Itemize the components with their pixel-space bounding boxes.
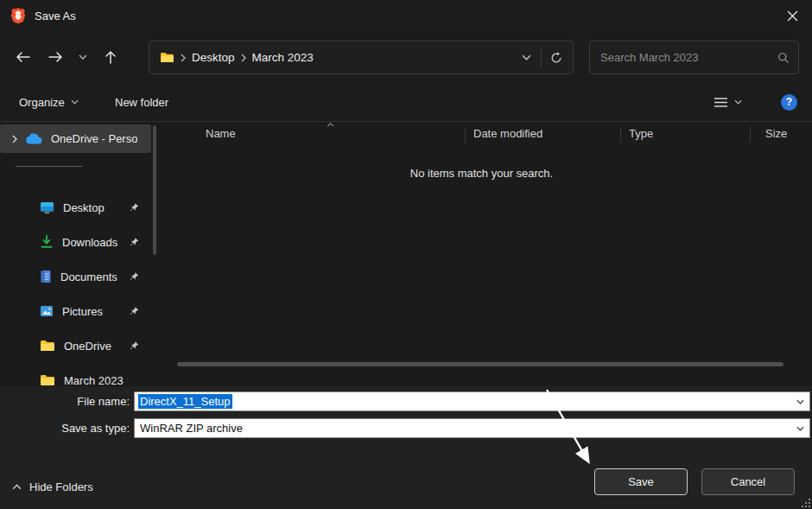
recent-locations-button[interactable] (74, 43, 92, 71)
sidebar-item-label: Pictures (62, 305, 103, 318)
content-area: OneDrive - Perso Desktop Downloads (0, 122, 812, 386)
back-arrow-icon (16, 51, 30, 63)
horizontal-scrollbar[interactable] (177, 362, 783, 366)
column-separator (750, 127, 751, 143)
view-options-button[interactable] (708, 83, 747, 121)
file-name-value: DirectX_11_Setup (138, 394, 232, 409)
documents-icon (40, 270, 52, 283)
expand-chevron-icon[interactable] (12, 135, 17, 143)
save-as-dialog: Save As (0, 0, 812, 509)
save-as-type-label: Save as type: (0, 422, 130, 435)
navigation-bar: Desktop March 2023 (0, 31, 812, 83)
pin-icon (130, 238, 139, 247)
search-input[interactable] (600, 51, 777, 64)
sort-ascending-icon (327, 123, 334, 127)
up-arrow-icon (105, 50, 117, 64)
breadcrumb-item-march-2023[interactable]: March 2023 (249, 51, 317, 64)
sidebar-item-label: Documents (60, 270, 117, 283)
forward-arrow-icon (48, 51, 63, 63)
folder-icon (40, 374, 55, 386)
empty-folder-message: No items match your search. (160, 167, 803, 180)
pin-icon (130, 272, 139, 282)
chevron-down-icon (79, 54, 87, 60)
folder-icon (40, 340, 55, 352)
breadcrumb-separator-icon (238, 54, 249, 62)
close-button[interactable] (772, 0, 812, 31)
organize-label: Organize (19, 96, 65, 109)
help-button[interactable]: ? (776, 83, 802, 121)
downloads-icon (40, 235, 54, 249)
close-icon (787, 10, 798, 22)
sidebar-item-label: Desktop (63, 201, 105, 214)
pin-icon (130, 203, 139, 213)
refresh-icon (550, 52, 562, 64)
toolbar: Organize New folder ? (0, 83, 812, 122)
column-header-date-modified[interactable]: Date modified (473, 127, 542, 140)
desktop-icon (40, 201, 54, 214)
divider (16, 166, 83, 167)
up-button[interactable] (97, 43, 124, 71)
breadcrumb-item-desktop[interactable]: Desktop (188, 51, 238, 64)
window-title: Save As (35, 10, 76, 22)
sidebar-item-label: OneDrive (64, 340, 111, 353)
hide-folders-button[interactable]: Hide Folders (12, 476, 93, 497)
titlebar: Save As (0, 0, 812, 31)
address-dropdown-button[interactable] (515, 46, 537, 70)
chevron-down-icon (71, 99, 79, 105)
column-separator (620, 127, 621, 143)
search-icon (777, 52, 790, 64)
pin-icon (130, 341, 139, 351)
brave-icon (10, 7, 26, 24)
help-icon: ? (781, 94, 797, 111)
chevron-down-icon[interactable] (791, 393, 809, 410)
file-name-input[interactable]: DirectX_11_Setup (134, 391, 810, 411)
column-header-type[interactable]: Type (629, 127, 653, 140)
bottom-panel: File name: DirectX_11_Setup Save as type… (0, 386, 812, 509)
sidebar-item-onedrive[interactable]: OneDrive (0, 332, 151, 359)
column-header-size[interactable]: Size (765, 127, 787, 140)
search-box (589, 41, 799, 74)
resize-grip[interactable] (801, 498, 810, 507)
folder-icon (160, 52, 174, 63)
sidebar-item-march-2023[interactable]: March 2023 (0, 366, 151, 386)
sidebar-item-label: March 2023 (64, 374, 124, 387)
sidebar-item-desktop[interactable]: Desktop (0, 194, 151, 221)
hide-folders-label: Hide Folders (29, 480, 93, 493)
chevron-down-icon (522, 54, 531, 60)
new-folder-label: New folder (115, 96, 168, 109)
file-list: Name Date modified Type Size No items ma… (160, 122, 812, 386)
sidebar-scrollbar[interactable] (153, 125, 156, 255)
chevron-up-icon (12, 484, 22, 490)
pictures-icon (40, 305, 54, 317)
sidebar-item-label: Downloads (62, 236, 117, 249)
organize-button[interactable]: Organize (14, 83, 84, 121)
new-folder-button[interactable]: New folder (110, 83, 174, 121)
save-as-type-value: WinRAR ZIP archive (138, 422, 243, 435)
refresh-button[interactable] (545, 46, 568, 70)
file-name-label: File name: (0, 395, 130, 408)
divider (541, 48, 542, 67)
sidebar: OneDrive - Perso Desktop Downloads (0, 122, 159, 386)
chevron-down-icon[interactable] (791, 420, 809, 436)
list-view-icon (714, 97, 728, 108)
chevron-down-icon (734, 99, 742, 105)
save-button[interactable]: Save (594, 468, 688, 495)
back-button[interactable] (9, 43, 36, 71)
column-header-name[interactable]: Name (206, 127, 236, 140)
sidebar-item-downloads[interactable]: Downloads (0, 228, 151, 256)
forward-button[interactable] (41, 43, 69, 71)
cancel-button[interactable]: Cancel (701, 468, 795, 495)
sidebar-item-onedrive-personal[interactable]: OneDrive - Perso (0, 124, 151, 153)
onedrive-cloud-icon (25, 133, 42, 144)
sidebar-item-documents[interactable]: Documents (0, 263, 151, 290)
column-separator (465, 127, 466, 143)
address-bar[interactable]: Desktop March 2023 (149, 41, 574, 74)
sidebar-item-label: OneDrive - Perso (51, 132, 137, 145)
pin-icon (130, 307, 139, 316)
sidebar-item-pictures[interactable]: Pictures (0, 297, 151, 325)
save-as-type-select[interactable]: WinRAR ZIP archive (134, 418, 810, 438)
breadcrumb-separator-icon (178, 54, 188, 62)
